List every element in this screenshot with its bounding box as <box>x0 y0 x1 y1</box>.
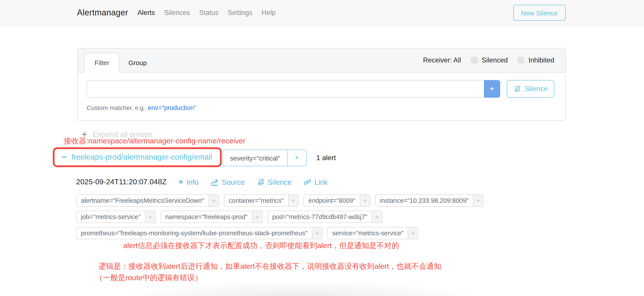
hint-example-link[interactable]: env="production" <box>148 104 196 111</box>
collapse-icon: − <box>62 152 67 161</box>
new-silence-button[interactable]: New Silence <box>513 5 566 21</box>
silence-action[interactable]: Silence <box>257 178 292 186</box>
receiver-group-name: freeleaps-prod/alertmanager-config/email <box>72 152 212 162</box>
inhibited-checkbox[interactable] <box>518 57 524 64</box>
alert-count: 1 alert <box>316 150 336 166</box>
add-filter-icon[interactable]: + <box>360 195 370 206</box>
alert-label-pod: pod="metrics-77d9cdb497-wdsj7" + <box>268 211 382 223</box>
plus-icon: + <box>490 84 494 93</box>
annotation-receiver-note: 接收器:namespace/altermanager-config-name/r… <box>64 136 246 146</box>
link-icon <box>304 178 312 186</box>
custom-matcher-hint: Custom matcher, e.g.env="production" <box>87 104 196 111</box>
silence-label: Silence <box>268 178 292 186</box>
annotation-alert-note: alert信息必须在接收器下才表示配置成功，否则即使能看到alert，但是通知是… <box>123 240 399 251</box>
nav-item-help[interactable]: Help <box>262 8 276 16</box>
bottom-shadow-smudge <box>106 279 493 296</box>
silence-filter-button[interactable]: Silence <box>507 80 554 98</box>
alert-timestamp: 2025-09-24T11:20:07.048Z <box>76 178 166 186</box>
alert-label-instance: instance="10.233.98.209:8009" + <box>375 194 484 207</box>
alert-label-alertname: alertname="FreeleapsMetricsServiceDown" … <box>76 194 219 207</box>
alert-labels: alertname="FreeleapsMetricsServiceDown" … <box>76 194 490 239</box>
tab-group[interactable]: Group <box>120 53 154 72</box>
alert-label-namespace: namespace="freeleaps-prod" + <box>160 211 262 223</box>
nav-item-status[interactable]: Status <box>199 8 218 16</box>
matcher-input-group: + Silence <box>87 80 554 98</box>
source-action[interactable]: Source <box>210 178 245 186</box>
receiver-group-link[interactable]: − freeleaps-prod/alertmanager-config/ema… <box>62 149 212 165</box>
add-filter-icon[interactable]: + <box>252 211 262 222</box>
source-label: Source <box>222 178 245 186</box>
add-filter-icon[interactable]: + <box>208 195 219 206</box>
group-matcher-text[interactable]: severity="critical" <box>223 150 287 166</box>
alert-label-job: job="metrics-service" + <box>76 211 156 223</box>
plus-icon: + <box>178 178 183 186</box>
silenced-label: Silenced <box>482 56 508 64</box>
silence-filter-label: Silence <box>525 85 548 93</box>
app-brand[interactable]: Alertmanager <box>77 8 128 17</box>
alert-label-endpoint: endpoint="8009" + <box>304 194 370 207</box>
silenced-checkbox-wrap[interactable]: Silenced <box>471 56 508 64</box>
annotation-logic-line1: 逻辑是：接收器收到alert后进行通知，如果alert不在接收器下，说明接收器没… <box>98 261 441 272</box>
link-label: Link <box>314 178 328 186</box>
info-action[interactable]: + Info <box>178 178 198 186</box>
alert-label-container: container="metrics" + <box>224 194 299 207</box>
chart-icon <box>210 178 219 186</box>
inhibited-label: Inhibited <box>528 56 554 64</box>
group-matcher-chip: severity="critical" + <box>222 150 306 166</box>
add-filter-icon[interactable]: + <box>372 211 382 222</box>
filter-card-header: Filter Group Receiver: All Silenced Inhi… <box>78 48 565 72</box>
tab-filter[interactable]: Filter <box>84 53 120 72</box>
alertmanager-page: Alertmanager Alerts Silences Status Sett… <box>0 0 644 296</box>
matcher-input[interactable] <box>87 80 484 98</box>
filter-options: Receiver: All Silenced Inhibited <box>423 48 554 72</box>
nav-item-settings[interactable]: Settings <box>228 8 252 16</box>
alert-header-row: 2025-09-24T11:20:07.048Z + Info Source S… <box>76 178 328 186</box>
add-matcher-button[interactable]: + <box>484 80 500 98</box>
add-filter-icon[interactable]: + <box>288 195 298 206</box>
link-action[interactable]: Link <box>304 178 328 186</box>
info-label: Info <box>186 178 198 186</box>
alert-label-service: service="metrics-service" + <box>327 227 418 239</box>
inhibited-checkbox-wrap[interactable]: Inhibited <box>518 56 554 64</box>
filter-card: Filter Group Receiver: All Silenced Inhi… <box>78 48 566 121</box>
add-filter-icon[interactable]: + <box>145 211 155 222</box>
add-filter-icon[interactable]: + <box>312 228 322 239</box>
main-nav: Alerts Silences Status Settings Help <box>138 8 276 16</box>
add-filter-icon[interactable]: + <box>408 228 418 239</box>
receiver-dropdown[interactable]: Receiver: All <box>423 56 461 64</box>
alert-label-prometheus: prometheus="freeleaps-monitoring-system/… <box>76 227 322 239</box>
navbar: Alertmanager Alerts Silences Status Sett… <box>0 0 644 26</box>
bell-slash-icon <box>257 178 264 186</box>
hint-text: Custom matcher, e.g. <box>87 104 145 111</box>
add-filter-icon[interactable]: + <box>473 195 483 206</box>
silenced-checkbox[interactable] <box>471 57 478 64</box>
nav-item-silences[interactable]: Silences <box>164 8 190 16</box>
bell-slash-icon <box>513 85 521 93</box>
annotation-red-box: − freeleaps-prod/alertmanager-config/ema… <box>53 147 222 167</box>
group-matcher-add-button[interactable]: + <box>287 150 306 166</box>
nav-item-alerts[interactable]: Alerts <box>138 8 155 16</box>
